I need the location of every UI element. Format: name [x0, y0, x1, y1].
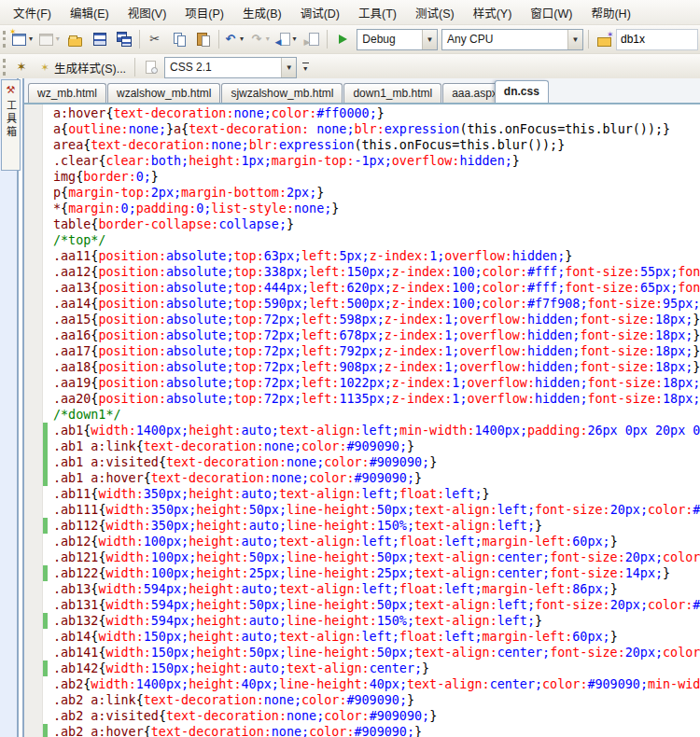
chevron-down-icon: ▾ — [27, 28, 35, 50]
code-line[interactable]: .ab1 a:link{text-decoration:none;color:#… — [24, 438, 700, 454]
code-line[interactable]: .ab1{width:1400px;height:auto;text-align… — [24, 423, 700, 438]
code-line[interactable]: .ab2 a:visited{text-decoration:none;colo… — [24, 708, 700, 724]
code-line[interactable]: .ab2 a:hover{text-decoration:none;color:… — [24, 724, 700, 737]
menu-item-3[interactable]: 项目(P) — [175, 0, 233, 25]
code-line[interactable]: table{border-collapse:collapse;} — [24, 216, 700, 232]
menu-item-0[interactable]: 文件(F) — [4, 0, 61, 25]
cut-button[interactable]: ✂ — [143, 27, 167, 51]
undo-icon: ↶ — [224, 32, 238, 47]
code-line[interactable]: .ab2{width:1400px;height:40px;line-heigh… — [24, 676, 700, 692]
code-line[interactable]: .ab121{width:100px;height:50px;line-heig… — [24, 549, 700, 565]
code-line[interactable]: area{text-decoration:none;blr:expression… — [24, 137, 700, 153]
code-line[interactable]: .aa20{position:absolute;top:72px;left:11… — [24, 391, 700, 407]
code-line[interactable]: .ab112{width:350px;height:auto;line-heig… — [24, 518, 700, 534]
toolbar-drag-grip[interactable] — [3, 59, 6, 76]
check-style-button[interactable] — [138, 55, 162, 79]
debug-configuration-value: Debug — [357, 33, 422, 46]
debug-configuration-combo[interactable]: Debug ▼ — [357, 29, 438, 50]
tab-dn.css[interactable]: dn.css — [495, 80, 549, 103]
code-line[interactable]: .aa12{position:absolute;top:338px;left:1… — [24, 264, 700, 280]
redo-button[interactable]: ↷ ▾ — [248, 27, 274, 51]
code-line[interactable]: /*top*/ — [24, 232, 700, 248]
code-line[interactable]: .ab111{width:350px;height:50px;line-heig… — [24, 502, 700, 518]
code-line[interactable]: /*down1*/ — [24, 407, 700, 423]
toolbar-style-sheet: ✶ ✶ 生成样式(S)... CSS 2.1 ▼ ▼ — [0, 54, 700, 81]
save-button[interactable] — [88, 27, 112, 51]
code-line[interactable]: p{margin-top:2px;margin-bottom:2px;} — [24, 185, 700, 201]
build-style-button[interactable]: ✶ — [9, 55, 34, 79]
code-line[interactable]: .ab131{width:594px;height:50px;line-heig… — [24, 597, 700, 613]
tab-wz_mb.html[interactable]: wz_mb.html — [28, 83, 106, 103]
start-debug-button[interactable] — [330, 27, 355, 51]
code-line[interactable]: .ab132{width:594px;height:auto;line-heig… — [24, 613, 700, 629]
generate-style-button[interactable]: ✶ 生成样式(S)... — [34, 55, 132, 79]
code-line[interactable]: .ab1 a:hover{text-decoration:none;color:… — [24, 470, 700, 486]
code-line[interactable]: .ab141{width:150px;height:50px;line-heig… — [24, 645, 700, 661]
code-line[interactable]: .aa19{position:absolute;top:72px;left:10… — [24, 375, 700, 391]
code-line[interactable]: .aa13{position:absolute;top:444px;left:6… — [24, 280, 700, 296]
code-line[interactable]: img{border:0;} — [24, 169, 700, 185]
code-line[interactable]: .aa17{position:absolute;top:72px;left:79… — [24, 343, 700, 359]
sparkle-icon: ✶ — [39, 60, 50, 75]
code-text: .aa19{position:absolute;top:72px;left:10… — [53, 375, 700, 391]
undo-button[interactable]: ↶ ▾ — [222, 27, 248, 51]
search-input[interactable] — [616, 29, 698, 50]
code-text: .ab121{width:100px;height:50px;line-heig… — [53, 549, 700, 565]
toolbox-tab[interactable]: ⚒ 工具箱 — [1, 79, 21, 171]
save-all-button[interactable] — [112, 27, 136, 51]
add-item-button[interactable]: ▾ — [36, 27, 63, 51]
copy-button[interactable] — [167, 27, 191, 51]
menu-item-5[interactable]: 调试(D) — [291, 0, 349, 25]
css-code-editor[interactable]: a:hover{text-decoration:none;color:#ff00… — [24, 103, 700, 737]
platform-combo[interactable]: Any CPU ▼ — [441, 29, 583, 50]
code-line[interactable]: .ab142{width:150px;height:auto;text-alig… — [24, 661, 700, 676]
menu-item-9[interactable]: 窗口(W) — [521, 0, 581, 25]
new-project-button[interactable]: ▾ — [9, 27, 36, 51]
tab-sjwzalshow_mb.html[interactable]: sjwzalshow_mb.html — [221, 83, 343, 103]
navigate-backward-button[interactable]: ▾ — [273, 27, 300, 51]
code-line[interactable]: .aa16{position:absolute;top:72px;left:67… — [24, 327, 700, 343]
menu-item-1[interactable]: 编辑(E) — [61, 0, 119, 25]
code-line[interactable]: .ab12{width:100px;height:auto;text-align… — [24, 534, 700, 549]
css-version-combo[interactable]: CSS 2.1 ▼ — [164, 57, 297, 78]
menu-item-10[interactable]: 帮助(H) — [581, 0, 639, 25]
code-line[interactable]: .aa14{position:absolute;top:590px;left:5… — [24, 296, 700, 312]
redo-icon: ↷ — [250, 32, 264, 47]
navigate-forward-button[interactable] — [300, 27, 324, 51]
paste-button[interactable] — [191, 27, 216, 51]
code-line[interactable]: .ab1 a:visited{text-decoration:none;colo… — [24, 454, 700, 470]
left-rail: ⚒ 工具箱 — [0, 78, 24, 737]
code-line[interactable]: .ab14{width:150px;height:auto;text-align… — [24, 629, 700, 645]
menu-item-2[interactable]: 视图(V) — [119, 0, 176, 25]
code-line[interactable]: .aa18{position:absolute;top:72px;left:90… — [24, 359, 700, 375]
find-button[interactable] — [592, 27, 616, 51]
code-text: .aa20{position:absolute;top:72px;left:11… — [53, 391, 700, 407]
tab-wzalshow_mb.html[interactable]: wzalshow_mb.html — [107, 83, 220, 103]
menu-item-6[interactable]: 工具(T) — [349, 0, 406, 25]
code-text: table{border-collapse:collapse;} — [53, 216, 294, 232]
code-line[interactable]: .ab122{width:100px;height:25px;line-heig… — [24, 565, 700, 581]
code-line[interactable]: a{outline:none;}a{text-decoration: none;… — [24, 121, 700, 137]
toolbar-overflow-button[interactable]: ▼ — [299, 57, 312, 77]
code-text: .aa13{position:absolute;top:444px;left:6… — [53, 280, 700, 296]
code-line[interactable]: .aa15{position:absolute;top:72px;left:59… — [24, 312, 700, 327]
menu-item-4[interactable]: 生成(B) — [233, 0, 291, 25]
toolbar-drag-grip[interactable] — [3, 31, 6, 48]
tab-down1_mb.html[interactable]: down1_mb.html — [343, 83, 441, 103]
open-file-button[interactable] — [63, 27, 88, 51]
code-line[interactable]: a:hover{text-decoration:none;color:#ff00… — [24, 105, 700, 121]
code-line[interactable]: .ab2 a:link{text-decoration:none;color:#… — [24, 692, 700, 708]
code-line[interactable]: .aa11{position:absolute;top:63px;left:5p… — [24, 248, 700, 264]
code-line[interactable]: .ab11{width:350px;height:auto;text-align… — [24, 486, 700, 502]
code-line[interactable]: .clear{clear:both;height:1px;margin-top:… — [24, 153, 700, 169]
code-line[interactable]: *{margin:0;padding:0;list-style:none;} — [24, 201, 700, 216]
code-text: p{margin-top:2px;margin-bottom:2px;} — [53, 185, 324, 201]
menu-item-8[interactable]: 样式(Y) — [464, 0, 522, 25]
cut-icon: ✂ — [147, 32, 162, 47]
code-line[interactable]: .ab13{width:594px;height:auto;text-align… — [24, 581, 700, 597]
play-icon — [339, 35, 347, 44]
save-all-icon — [117, 32, 132, 47]
chevron-down-icon: ▾ — [290, 28, 298, 50]
menu-item-7[interactable]: 测试(S) — [406, 0, 464, 25]
add-item-icon — [39, 34, 53, 46]
